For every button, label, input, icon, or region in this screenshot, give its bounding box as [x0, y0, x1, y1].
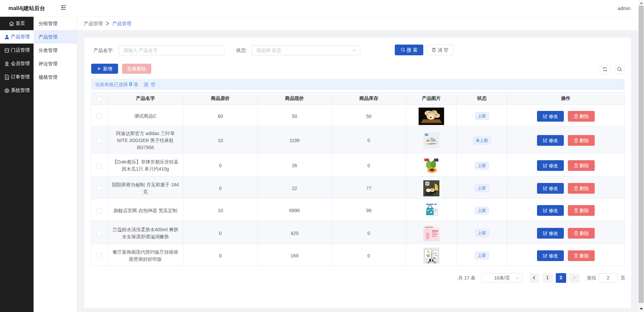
svg-text:LANCOME: LANCOME	[425, 226, 433, 228]
